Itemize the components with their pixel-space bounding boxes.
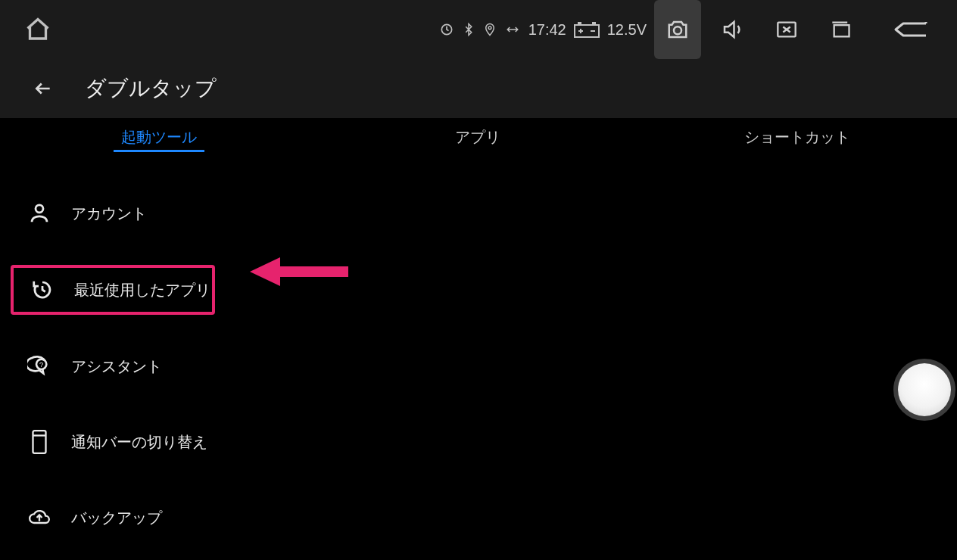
tab-apps[interactable]: アプリ <box>318 127 637 148</box>
svg-point-1 <box>488 26 491 30</box>
screenshot-button[interactable] <box>654 0 701 59</box>
back-nav-button[interactable] <box>887 6 934 53</box>
clock-time: 17:42 <box>528 21 566 39</box>
tab-bar: 起動ツール アプリ ショートカット <box>0 118 957 156</box>
volume-icon <box>719 18 745 41</box>
assistant-icon: ? <box>24 351 55 381</box>
floating-assist-button[interactable] <box>898 363 951 416</box>
back-button[interactable] <box>32 79 55 98</box>
volume-button[interactable] <box>709 6 756 53</box>
svg-text:?: ? <box>39 361 43 369</box>
list-item-backup[interactable]: バックアップ <box>11 480 957 555</box>
tab-label: 起動ツール <box>121 129 197 145</box>
svg-point-8 <box>674 26 681 34</box>
location-icon <box>483 21 497 38</box>
tab-shortcuts[interactable]: ショートカット <box>637 127 957 148</box>
panel-icon <box>24 427 55 457</box>
battery-indicator: 12.5V <box>574 21 647 39</box>
tab-label: ショートカット <box>744 129 850 145</box>
svg-rect-14 <box>33 431 46 453</box>
voltage-value: 12.5V <box>607 21 647 39</box>
home-icon[interactable] <box>23 16 53 43</box>
option-list: アカウント 最近使用したアプリ ? アシスタント 通知バーの切り替え <box>0 176 957 555</box>
account-icon <box>24 198 55 229</box>
list-item-label: アシスタント <box>71 356 162 377</box>
recents-icon <box>828 19 854 40</box>
camera-icon <box>665 18 690 41</box>
list-item-notification-toggle[interactable]: 通知バーの切り替え <box>11 404 957 480</box>
tab-launch-tools[interactable]: 起動ツール <box>0 127 318 148</box>
page-header: ダブルタップ <box>0 59 957 118</box>
page-title: ダブルタップ <box>85 74 217 103</box>
list-item-label: 通知バーの切り替え <box>71 432 207 453</box>
status-bar: 17:42 12.5V <box>0 0 957 59</box>
svg-rect-10 <box>834 25 849 36</box>
bluetooth-icon <box>462 21 475 38</box>
svg-point-11 <box>36 205 43 213</box>
recent-icon <box>27 275 58 305</box>
list-item-account[interactable]: アカウント <box>11 176 957 251</box>
list-item-recent-apps[interactable]: 最近使用したアプリ <box>11 265 215 315</box>
svg-rect-4 <box>592 22 596 25</box>
tab-label: アプリ <box>455 129 500 145</box>
list-item-assistant[interactable]: ? アシスタント <box>11 328 957 404</box>
screen-off-button[interactable] <box>763 6 810 53</box>
recents-button[interactable] <box>818 6 865 53</box>
back-arrow-icon <box>893 18 929 41</box>
svg-rect-3 <box>578 22 581 25</box>
list-item-label: バックアップ <box>71 508 162 528</box>
backup-icon <box>24 502 55 533</box>
svg-rect-2 <box>575 25 599 37</box>
sync-icon <box>439 22 454 37</box>
list-item-label: 最近使用したアプリ <box>74 280 210 300</box>
list-item-label: アカウント <box>71 204 147 224</box>
car-battery-icon <box>574 21 601 38</box>
close-box-icon <box>774 19 800 40</box>
arrow-left-icon <box>32 79 55 98</box>
data-transfer-icon <box>504 23 521 36</box>
